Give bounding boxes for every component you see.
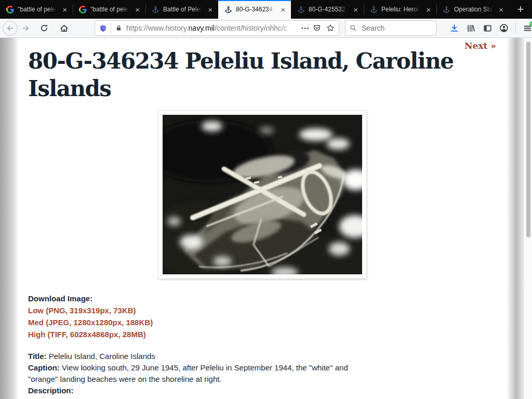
anchor-favicon: [151, 5, 159, 14]
download-section: Download Image: Low (PNG, 319x319px, 73K…: [28, 292, 153, 340]
page-title: 80-G-346234 Peleliu Island, Caroline Isl…: [28, 47, 470, 102]
aerial-photo: [158, 111, 366, 278]
anchor-favicon: [442, 5, 450, 14]
anchor-favicon: [297, 5, 305, 14]
forward-button[interactable]: [18, 20, 33, 36]
account-button[interactable]: [496, 20, 512, 36]
page-actions-icon[interactable]: •••: [301, 25, 310, 31]
tab-battle-of-peleliu[interactable]: Battle of Peleliu ×: [145, 0, 218, 19]
tab-title: 80-G-425532 C: [309, 6, 348, 13]
scrollbar-thumb[interactable]: [526, 42, 530, 237]
tab-close-icon[interactable]: ×: [279, 5, 287, 14]
url-bar[interactable]: https://www.history.navy.mil/content/his…: [95, 20, 339, 36]
scrollbar-track[interactable]: [524, 38, 532, 399]
navigation-toolbar: https://www.history.navy.mil/content/his…: [0, 19, 532, 38]
update-badge-icon: [529, 21, 532, 27]
google-favicon: [6, 5, 14, 14]
tab-title: "battle of peleli: [18, 6, 57, 13]
account-icon: [499, 23, 509, 33]
library-button[interactable]: [462, 20, 479, 36]
tab-close-icon[interactable]: ×: [134, 5, 141, 14]
anchor-favicon: [369, 5, 378, 14]
meta-description-row: Description:: [28, 385, 374, 396]
tab-title: "battle of peleli: [90, 6, 130, 13]
tab-close-icon[interactable]: ×: [206, 5, 214, 14]
tab-peleliu-heroism[interactable]: Peleliu: Heroism ×: [364, 0, 436, 19]
urlbar-divider: [111, 23, 111, 33]
meta-caption-row: Caption: View looking south, 29 June 194…: [28, 362, 374, 385]
download-link-med[interactable]: Med (JPEG, 1280x1280px, 188KB): [28, 316, 153, 328]
search-input[interactable]: [361, 23, 420, 33]
tab-close-icon[interactable]: ×: [61, 5, 69, 14]
page-left-margin: [0, 38, 19, 399]
lock-icon[interactable]: [115, 24, 122, 32]
download-heading: Download Image:: [28, 292, 153, 304]
tab-close-icon[interactable]: ×: [497, 5, 505, 14]
meta-title-text: Peleliu Island, Caroline Islands: [47, 352, 155, 361]
download-link-low[interactable]: Low (PNG, 319x319px, 73KB): [28, 304, 153, 316]
back-button[interactable]: [3, 21, 18, 36]
page-viewport: Next » 80-G-346234 Peleliu Island, Carol…: [0, 38, 532, 399]
forward-icon: [22, 24, 30, 32]
pocket-icon[interactable]: [313, 24, 321, 32]
aerial-photo-illustration: [163, 115, 362, 274]
tab-close-icon[interactable]: ×: [424, 5, 432, 14]
tab-title: Operation Stale: [454, 6, 494, 13]
home-button[interactable]: [56, 20, 72, 36]
url-prefix: https://www.history.: [126, 24, 189, 32]
meta-title-label: Title:: [28, 352, 47, 361]
meta-caption-label: Caption:: [28, 363, 60, 372]
url-domain: navy.mil: [189, 24, 215, 32]
back-icon: [6, 24, 14, 32]
tab-google-search-1[interactable]: "battle of peleli ×: [0, 0, 73, 19]
bookmark-star-icon[interactable]: [326, 24, 335, 32]
download-link-high[interactable]: High (TIFF, 6028x4868px, 28MB): [28, 328, 153, 340]
download-icon: [450, 24, 459, 33]
url-text: https://www.history.navy.mil/content/his…: [126, 24, 299, 32]
sidebar-icon: [483, 24, 492, 33]
tab-google-search-2[interactable]: "battle of peleli ×: [73, 0, 145, 19]
tab-close-icon[interactable]: ×: [352, 5, 360, 14]
url-path: /content/history/nhhc/c: [215, 24, 287, 32]
downloads-button[interactable]: [446, 20, 462, 36]
toolbar-divider: [515, 23, 516, 33]
anchor-favicon: [224, 5, 232, 14]
search-bar[interactable]: [345, 20, 436, 36]
tab-title: Battle of Peleliu: [163, 6, 203, 13]
meta-description-label: Description:: [28, 386, 74, 395]
tab-title: 80-G-346234 P: [236, 6, 275, 13]
tab-bar: "battle of peleli × "battle of peleli × …: [0, 0, 532, 19]
google-favicon: [78, 5, 87, 14]
new-tab-button[interactable]: +: [509, 0, 532, 19]
reload-icon: [40, 24, 48, 32]
photo-metadata: Title: Peleliu Island, Caroline Islands …: [28, 351, 374, 396]
search-icon: [350, 24, 357, 32]
page-right-margin: [507, 38, 524, 399]
meta-caption-text: View looking south, 29 June 1945, after …: [28, 363, 348, 383]
tracking-protection-shield-icon[interactable]: [99, 24, 107, 32]
tab-title: Peleliu: Heroism: [381, 6, 421, 13]
library-icon: [467, 24, 475, 33]
home-icon: [60, 24, 69, 33]
browser-window: "battle of peleli × "battle of peleli × …: [0, 0, 532, 399]
tab-80-g-425532[interactable]: 80-G-425532 C ×: [291, 0, 364, 19]
menu-button[interactable]: [519, 20, 532, 36]
reload-button[interactable]: [36, 20, 52, 36]
sidebar-button[interactable]: [479, 20, 496, 36]
tab-80-g-346234-active[interactable]: 80-G-346234 P ×: [218, 0, 291, 19]
page-content: Next » 80-G-346234 Peleliu Island, Carol…: [19, 38, 507, 399]
meta-title-row: Title: Peleliu Island, Caroline Islands: [28, 351, 374, 362]
tab-operation-stalemate[interactable]: Operation Stale ×: [436, 0, 509, 19]
